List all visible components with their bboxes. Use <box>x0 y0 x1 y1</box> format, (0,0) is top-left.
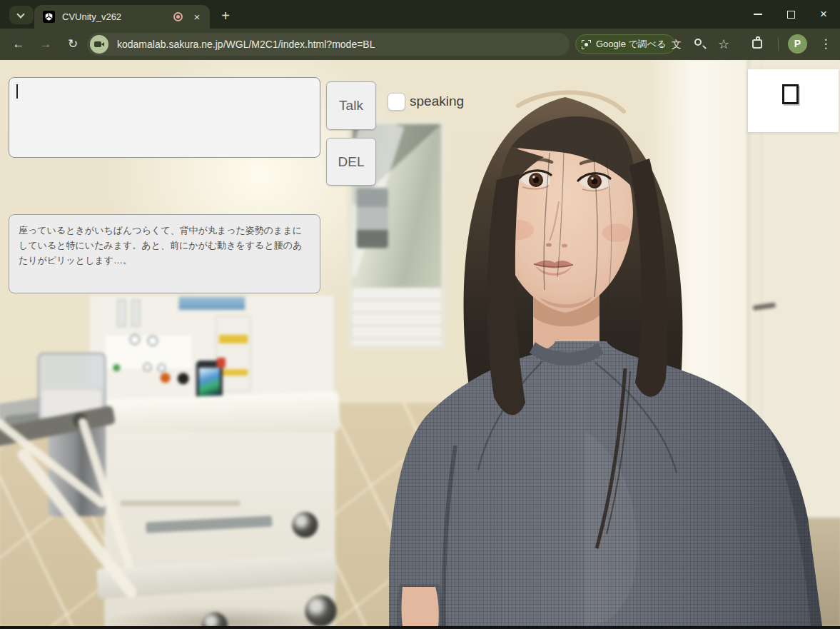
caster-wheel <box>292 512 318 538</box>
camera-allowed-icon[interactable] <box>90 35 108 54</box>
flowmeter-tube <box>117 300 126 327</box>
tab-title: CVUnity_v262 <box>62 11 173 22</box>
patient-reply-box: 座っているときがいちばんつらくて、背中が丸まった姿勢のままにしていると特にいたみ… <box>9 214 320 293</box>
forward-button[interactable]: → <box>36 34 56 54</box>
back-button[interactable]: ← <box>9 34 29 54</box>
menu-dots-icon[interactable]: ⋮ <box>818 34 834 54</box>
white-knob <box>158 363 166 372</box>
unity-favicon-icon <box>43 11 55 23</box>
recording-indicator-icon <box>173 12 183 21</box>
chat-input[interactable] <box>9 77 320 158</box>
pressure-gauge <box>129 334 140 345</box>
toolbar-separator <box>778 38 779 51</box>
chevron-down-icon <box>16 10 24 18</box>
address-bar[interactable]: kodamalab.sakura.ne.jp/WGL/M2C1/index.ht… <box>87 33 570 56</box>
tab-close-icon[interactable]: × <box>190 10 204 24</box>
browser-tab[interactable]: CVUnity_v262 × <box>34 5 210 29</box>
pressure-gauge <box>147 336 158 346</box>
profile-avatar[interactable]: P <box>788 34 807 54</box>
new-tab-button[interactable]: + <box>216 6 236 26</box>
url-text: kodamalab.sakura.ne.jp/WGL/M2C1/index.ht… <box>117 39 375 50</box>
talk-button[interactable]: Talk <box>326 81 376 130</box>
tab-search-button[interactable] <box>9 6 34 24</box>
virtual-patient-avatar <box>371 60 840 626</box>
extensions-icon[interactable] <box>751 36 765 51</box>
browser-toolbar: ← → ↻ kodamalab.sakura.ne.jp/WGL/M2C1/in… <box>0 29 840 60</box>
unity-canvas[interactable]: Talk DEL speaking 座っているときがいちばんつらくて、背中が丸ま… <box>0 60 840 626</box>
minimize-icon <box>754 14 762 15</box>
flowmeter-tube <box>131 300 140 327</box>
zoom-icon[interactable] <box>694 38 707 51</box>
bottom-strip <box>0 626 840 629</box>
del-button[interactable]: DEL <box>326 138 376 186</box>
green-knob <box>113 364 120 371</box>
camera-lens <box>101 42 104 46</box>
speaking-label: speaking <box>410 94 464 109</box>
text-cursor <box>16 84 18 99</box>
window-controls: × <box>742 0 840 29</box>
window-maximize-button[interactable] <box>774 0 807 29</box>
camera-body <box>94 41 101 47</box>
window-close-button[interactable]: × <box>807 0 840 29</box>
machine-monitor <box>178 296 246 311</box>
reload-button[interactable]: ↻ <box>63 34 83 54</box>
bookmark-star-icon[interactable]: ☆ <box>715 36 732 53</box>
google-lens-search-button[interactable]: Google で調べる <box>575 34 675 54</box>
patient-reply-text: 座っているときがいちばんつらくて、背中が丸まった姿勢のままにしていると特にいたみ… <box>19 225 302 266</box>
caster-wheel <box>305 595 336 626</box>
orange-knob <box>161 373 171 383</box>
drawer-slot <box>120 500 241 506</box>
browser-window: CVUnity_v262 × + × ← → ↻ kodamalab.sakur… <box>0 0 840 629</box>
speaking-checkbox[interactable] <box>388 93 405 111</box>
window-minimize-button[interactable] <box>742 0 774 29</box>
tab-strip: CVUnity_v262 × + × <box>0 0 840 29</box>
lens-search-icon <box>582 40 591 49</box>
maximize-icon <box>787 11 795 19</box>
overlay-panel <box>748 69 839 132</box>
lens-label: Google で調べる <box>596 38 666 51</box>
white-knob <box>143 363 151 371</box>
black-knob <box>178 373 189 384</box>
square-button-icon[interactable] <box>782 84 799 104</box>
translate-icon[interactable]: 文 <box>668 36 685 53</box>
